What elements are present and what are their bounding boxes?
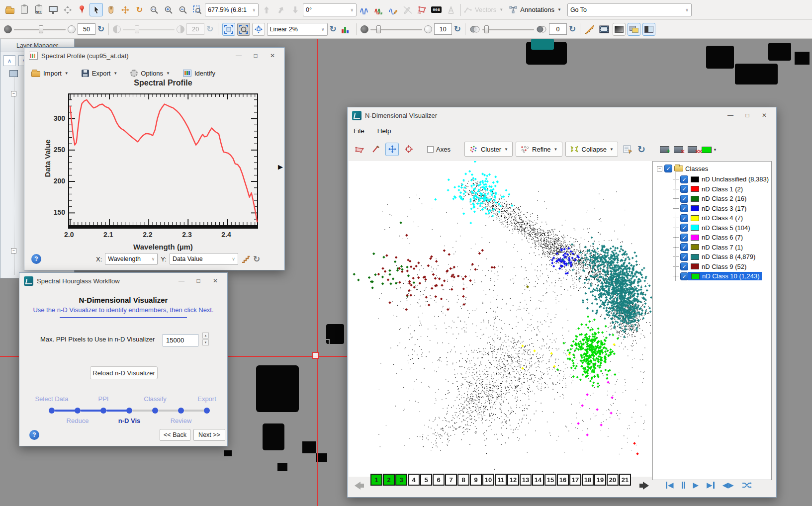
checkbox-checked-icon[interactable]: ✓: [664, 165, 672, 172]
shuffle-button[interactable]: [742, 481, 752, 489]
crosshair-select-button[interactable]: [402, 143, 415, 156]
band-cell[interactable]: 13: [520, 474, 532, 486]
histogram-stretch-button[interactable]: [339, 22, 352, 36]
class-row[interactable]: ✓nD Class 5 (104): [653, 223, 771, 233]
paint-class-button[interactable]: [369, 143, 382, 156]
zoom-level-combo[interactable]: 677.5% (6.8:1∨: [205, 3, 259, 16]
zoom-out-button[interactable]: [176, 3, 189, 16]
band-cell[interactable]: 8: [457, 474, 469, 486]
zoom-box-button[interactable]: [190, 3, 204, 16]
delete-all-classes-button[interactable]: ✕✕: [688, 146, 697, 153]
roi-draw-button[interactable]: [353, 143, 366, 156]
band-cell[interactable]: 4: [408, 474, 420, 486]
refine-button[interactable]: Refine▼: [516, 142, 562, 157]
new-view-button[interactable]: [46, 3, 60, 16]
rotation-combo[interactable]: 0°∨: [303, 3, 357, 16]
band-cell[interactable]: 12: [507, 474, 519, 486]
maximize-button[interactable]: □: [740, 109, 755, 121]
nd-scatter-plot[interactable]: [349, 161, 652, 477]
add-class-button[interactable]: ＋: [660, 146, 669, 153]
play-button[interactable]: ▶: [693, 481, 699, 490]
edit-disabled-button[interactable]: [401, 3, 414, 16]
menu-file[interactable]: File: [354, 127, 364, 135]
checkbox-checked-icon[interactable]: ✓: [680, 272, 688, 280]
step-dot[interactable]: [178, 408, 184, 414]
vectors-dropdown[interactable]: Vectors▼: [464, 6, 503, 13]
contrast-input[interactable]: [186, 23, 204, 35]
band-cell[interactable]: 16: [557, 474, 569, 486]
band-cell[interactable]: 5: [420, 474, 432, 486]
refresh-icon[interactable]: ↻: [206, 24, 213, 34]
gcp-tool-button[interactable]: [444, 3, 457, 16]
class-row[interactable]: ✓nD Class 6 (7): [653, 233, 771, 243]
next-button[interactable]: Next >>: [193, 429, 225, 441]
checkbox-checked-icon[interactable]: ✓: [680, 262, 688, 270]
open-file-button[interactable]: [3, 3, 16, 16]
y-axis-combo[interactable]: Data Value∨: [170, 253, 238, 265]
step-dot[interactable]: [126, 408, 132, 414]
band-cell[interactable]: 10: [482, 474, 494, 486]
checkbox-checked-icon[interactable]: ✓: [680, 175, 688, 183]
next-extent-button[interactable]: [274, 3, 287, 16]
spectral-profile-button[interactable]: [358, 3, 371, 16]
import-dropdown[interactable]: Import▼: [31, 69, 69, 77]
edit-spectrum-button[interactable]: [386, 3, 400, 16]
help-button[interactable]: ?: [29, 430, 39, 440]
panel-expander-icon[interactable]: ▶: [278, 163, 283, 170]
step-dot[interactable]: [75, 408, 81, 414]
class-row[interactable]: ✓nD Class 4 (7): [653, 213, 771, 223]
band-next-icon[interactable]: [643, 482, 649, 490]
band-prev-icon[interactable]: [355, 482, 361, 490]
step-forward-button[interactable]: ▶: [707, 481, 715, 490]
active-class-color-dropdown[interactable]: ▼: [702, 147, 717, 153]
spectral-titlebar[interactable]: Spectral Profile (cup95_at.dat) — □ ✕: [24, 48, 284, 64]
class-row[interactable]: ✓nD Class 7 (1): [653, 243, 771, 253]
step-dot[interactable]: [49, 408, 55, 414]
band-cell[interactable]: 2: [383, 474, 395, 486]
rotate-projection-button[interactable]: [385, 143, 399, 156]
export-class-button[interactable]: [621, 143, 634, 156]
ruler-icon[interactable]: [584, 24, 595, 34]
brightness-input[interactable]: [78, 23, 95, 35]
crosshair-center-box[interactable]: [312, 352, 319, 359]
checkbox-checked-icon[interactable]: ✓: [680, 234, 688, 242]
step-dot[interactable]: [204, 408, 210, 414]
fly-tool-button[interactable]: [118, 3, 132, 16]
refresh-icon[interactable]: ↻: [569, 24, 576, 34]
close-button[interactable]: ✕: [265, 50, 280, 62]
spin-down-icon[interactable]: ▼: [202, 339, 209, 345]
layout-views-button[interactable]: [61, 3, 74, 16]
rotate-tool-button[interactable]: ↻: [133, 3, 146, 16]
single-view-button[interactable]: [613, 23, 626, 36]
roi-tool-button[interactable]: roi: [415, 3, 429, 16]
refresh-icon[interactable]: ↻: [330, 24, 337, 34]
zoom-in-button[interactable]: [162, 3, 175, 16]
refresh-icon[interactable]: ↻: [637, 144, 645, 155]
annotations-dropdown[interactable]: Annotations▼: [509, 6, 561, 13]
layer-thumbnail-icon[interactable]: [9, 70, 18, 77]
collapse-all-button[interactable]: ∧: [3, 55, 15, 66]
collapse-button[interactable]: Collapse▼: [565, 142, 619, 157]
band-cell[interactable]: 14: [532, 474, 544, 486]
checkbox-checked-icon[interactable]: ✓: [680, 204, 688, 212]
checkbox-checked-icon[interactable]: ✓: [680, 243, 688, 251]
identify-button[interactable]: Identify: [183, 70, 215, 77]
class-row[interactable]: ✓nD Class 3 (17): [653, 204, 771, 214]
stretch-combo[interactable]: Linear 2%∨: [267, 23, 328, 36]
zoom-extent-button[interactable]: [222, 23, 235, 36]
classes-root-row[interactable]: − ✓ Classes: [657, 165, 708, 172]
tree-collapse-box[interactable]: −: [657, 166, 662, 171]
menu-help[interactable]: Help: [377, 127, 391, 135]
select-tool-button[interactable]: [90, 3, 103, 16]
class-row[interactable]: ✓nD Unclassified (8,383): [653, 174, 771, 184]
step-dot[interactable]: [152, 408, 158, 414]
chip-view-button[interactable]: [597, 22, 611, 36]
band-cell[interactable]: 11: [495, 474, 507, 486]
tree-collapse-box[interactable]: −: [11, 91, 16, 96]
checkbox-checked-icon[interactable]: ✓: [680, 214, 688, 222]
contrast-slider[interactable]: [123, 24, 175, 34]
band-cell[interactable]: 17: [569, 474, 581, 486]
band-cell[interactable]: 19: [594, 474, 606, 486]
spectral-library-button[interactable]: [372, 3, 385, 16]
data-manager-button[interactable]: [17, 3, 31, 16]
